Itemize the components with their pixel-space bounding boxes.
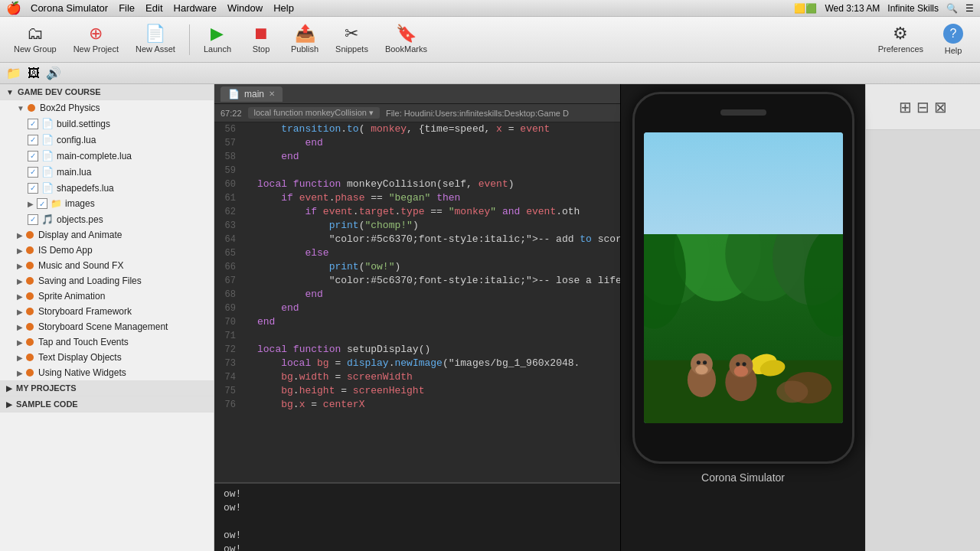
menu-window[interactable]: Window <box>227 2 263 14</box>
sidebar-item-is-demo[interactable]: ▶ IS Demo App <box>0 243 214 258</box>
section-sample-code[interactable]: ▶ SAMPLE CODE <box>0 396 214 412</box>
snippets-label: Snippets <box>335 44 368 54</box>
preferences-button[interactable]: ⚙ Preferences <box>872 22 929 57</box>
line-content[interactable]: print("ow!") <box>254 260 620 274</box>
line-content[interactable]: bg.width = screenWidth <box>254 370 620 384</box>
line-content[interactable]: bg.height = screenHeight <box>254 384 620 398</box>
line-number: 56 <box>214 122 242 136</box>
sidebar-item-main-lua[interactable]: 📄 main.lua <box>0 164 214 180</box>
code-area[interactable]: 56 transition.to( monkey, {time=speed, x… <box>214 122 620 551</box>
line-content[interactable]: if event.target.type == "monkey" and eve… <box>254 205 620 219</box>
section-sample-code-label: SAMPLE CODE <box>16 399 78 409</box>
line-marker <box>242 288 254 302</box>
code-line: 63 print("chomp!") <box>214 219 620 233</box>
line-content[interactable]: if event.phase == "began" then <box>254 191 620 205</box>
menu-corona-simulator[interactable]: Corona Simulator <box>31 2 108 14</box>
main-complete-checkbox[interactable] <box>28 151 38 161</box>
section-game-dev-arrow: ▼ <box>6 88 14 96</box>
menu-hardware[interactable]: Hardware <box>174 2 217 14</box>
line-content[interactable]: end <box>254 315 620 329</box>
line-content[interactable] <box>254 329 620 343</box>
line-content[interactable]: print("chomp!") <box>254 219 620 233</box>
sidebar-item-saving-loading[interactable]: ▶ Saving and Loading Files <box>0 273 214 289</box>
line-content[interactable]: local bg = display.newImage("images/bg_1… <box>254 357 620 370</box>
launch-button[interactable]: ▶ Launch <box>198 22 237 57</box>
toolbar-separator <box>189 24 190 55</box>
new-asset-button[interactable]: 📄 New Asset <box>129 22 181 57</box>
sidebar-item-music-sfx[interactable]: ▶ Music and Sound FX <box>0 258 214 273</box>
right-panel: ⊞ ⊟ ⊠ <box>865 84 980 551</box>
line-content[interactable]: end <box>254 150 620 164</box>
view-toggle-2[interactable]: ⊟ <box>916 98 929 116</box>
line-content[interactable]: end <box>254 302 620 315</box>
sidebar-item-display-animate[interactable]: ▶ Display and Animate <box>0 227 214 243</box>
menu-edit[interactable]: Edit <box>145 2 162 14</box>
sidebar-item-objects-pes[interactable]: 🎵 objects.pes <box>0 211 214 227</box>
sidebar-item-native-widgets[interactable]: ▶ Using Native Widgets <box>0 365 214 380</box>
publish-button[interactable]: 📤 Publish <box>285 22 325 57</box>
sidebar-item-storyboard-sm[interactable]: ▶ Storyboard Scene Management <box>0 319 214 334</box>
console-line <box>224 516 611 530</box>
images-checkbox[interactable] <box>37 198 47 209</box>
folder-icon[interactable]: 📁 <box>6 66 21 80</box>
game-svg <box>644 234 843 423</box>
line-content[interactable]: "color:#5c6370;font-style:italic;">-- ad… <box>254 233 620 246</box>
apple-menu[interactable]: 🍎 <box>6 1 21 15</box>
view-toggle-3[interactable]: ⊠ <box>934 98 947 116</box>
function-selector[interactable]: local function monkeyCollision ▾ <box>248 107 380 119</box>
config-lua-checkbox[interactable] <box>28 135 38 145</box>
line-marker <box>242 398 254 412</box>
section-game-dev[interactable]: ▼ GAME DEV COURSE <box>0 84 214 100</box>
help-button[interactable]: ? Help <box>934 21 972 58</box>
line-content[interactable]: local function monkeyCollision(self, eve… <box>254 178 620 191</box>
line-content[interactable]: bg.x = centerX <box>254 398 620 412</box>
menu-file[interactable]: File <box>119 2 135 14</box>
main-lua-checkbox[interactable] <box>28 167 38 178</box>
image-icon[interactable]: 🖼 <box>28 67 40 80</box>
sidebar-item-config-lua[interactable]: 📄 config.lua <box>0 132 214 148</box>
bookmarks-button[interactable]: 🔖 BookMarks <box>379 22 433 57</box>
line-content[interactable]: end <box>254 136 620 150</box>
saving-loading-dot <box>26 277 34 285</box>
tab-close-button[interactable]: ✕ <box>269 90 275 98</box>
snippets-button[interactable]: ✂ Snippets <box>329 22 374 57</box>
window-controls: 🟨🟩 <box>794 3 817 14</box>
code-lines: 56 transition.to( monkey, {time=speed, x… <box>214 122 620 482</box>
line-col-indicator: 67:22 <box>220 109 242 118</box>
new-project-button[interactable]: ⊕ New Project <box>67 22 125 57</box>
sidebar-item-text-display[interactable]: ▶ Text Display Objects <box>0 350 214 365</box>
sidebar-item-tap-touch[interactable]: ▶ Tap and Touch Events <box>0 334 214 350</box>
audio-icon[interactable]: 🔊 <box>46 66 61 80</box>
menu-extra-icon[interactable]: ☰ <box>965 3 974 14</box>
sidebar-item-storyboard-fw[interactable]: ▶ Storyboard Framework <box>0 304 214 319</box>
line-content[interactable]: end <box>254 288 620 302</box>
display-animate-dot <box>26 231 34 239</box>
line-content[interactable] <box>254 164 620 178</box>
section-my-projects[interactable]: ▶ MY PROJECTS <box>0 380 214 396</box>
main-tab[interactable]: 📄 main ✕ <box>220 86 283 102</box>
menu-help[interactable]: Help <box>273 2 294 14</box>
shapedefs-checkbox[interactable] <box>28 183 38 194</box>
sidebar-item-box2d[interactable]: ▼ Box2d Physics <box>0 100 214 116</box>
code-line: 66 print("ow!") <box>214 260 620 274</box>
view-toggle-1[interactable]: ⊞ <box>899 98 912 116</box>
objects-pes-checkbox[interactable] <box>28 214 38 225</box>
line-marker <box>242 178 254 191</box>
code-line: 74 bg.width = screenWidth <box>214 370 620 384</box>
tap-touch-label: Tap and Touch Events <box>38 337 129 347</box>
line-content[interactable]: transition.to( monkey, {time=speed, x = … <box>254 122 620 136</box>
line-content[interactable]: else <box>254 246 620 260</box>
new-group-button[interactable]: 🗂 New Group <box>8 22 63 57</box>
search-icon[interactable]: 🔍 <box>946 3 958 14</box>
build-settings-checkbox[interactable] <box>28 119 38 129</box>
line-content[interactable]: local function setupDisplay() <box>254 343 620 357</box>
line-content[interactable]: "color:#5c6370;font-style:italic;">-- lo… <box>254 274 620 288</box>
sidebar-item-images[interactable]: ▶ 📁 images <box>0 196 214 211</box>
sidebar-item-main-complete[interactable]: 📄 main-complete.lua <box>0 148 214 164</box>
stop-button[interactable]: ⏹ Stop <box>242 22 280 57</box>
sidebar-item-shapedefs[interactable]: 📄 shapedefs.lua <box>0 180 214 196</box>
storyboard-fw-label: Storyboard Framework <box>38 306 132 317</box>
code-line: 71 <box>214 329 620 343</box>
sidebar-item-build-settings[interactable]: 📄 build.settings <box>0 116 214 132</box>
sidebar-item-sprite-anim[interactable]: ▶ Sprite Animation <box>0 289 214 304</box>
